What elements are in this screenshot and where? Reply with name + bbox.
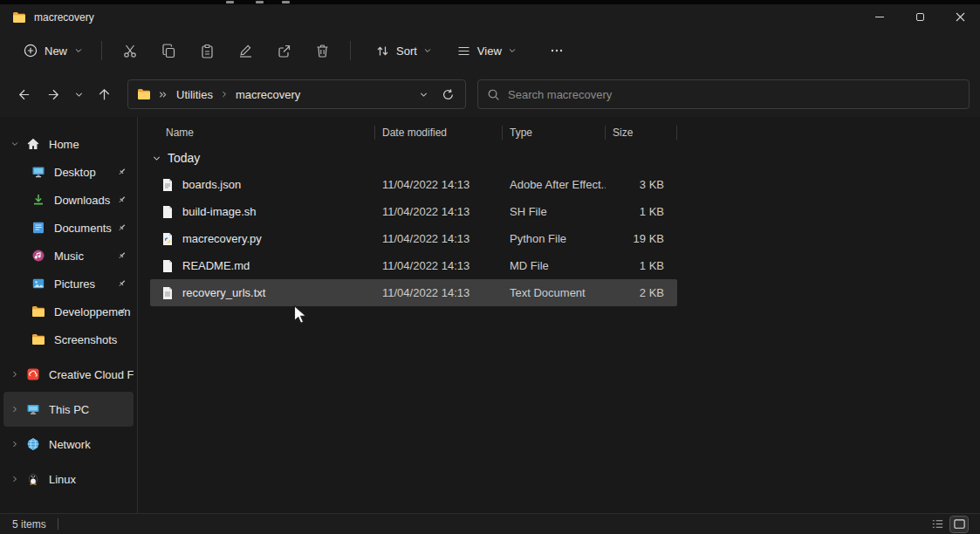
file-type: MD File (503, 259, 606, 272)
sidebar-item-screenshots[interactable]: Screenshots (3, 325, 134, 353)
thumbnail-view-button[interactable] (950, 517, 968, 532)
pin-icon (117, 279, 127, 289)
downloads-icon (31, 193, 45, 207)
group-header-today[interactable]: Today (150, 145, 980, 171)
file-name: boards.json (182, 178, 241, 191)
file-date: 11/04/2022 14:13 (375, 205, 503, 218)
thumbnail-view-icon (953, 517, 966, 531)
sidebar-item-network[interactable]: Network (3, 427, 134, 462)
sidebar-item-music[interactable]: Music (3, 242, 134, 270)
file-size: 1 KB (606, 205, 677, 218)
sidebar-item-documents[interactable]: Documents (3, 214, 134, 242)
file-size: 19 KB (606, 232, 677, 245)
chevron-down-icon (152, 154, 161, 163)
file-row-readme-md[interactable]: README.md 11/04/2022 14:13 MD File 1 KB (150, 252, 677, 279)
chevron-right-icon (10, 475, 26, 483)
music-icon (31, 249, 45, 263)
toolbar-divider (101, 41, 102, 60)
chevron-right-icon (10, 370, 26, 379)
chevron-down-icon (10, 140, 26, 148)
paste-icon (199, 43, 216, 59)
sort-button-label: Sort (396, 44, 417, 58)
details-view-icon (931, 517, 944, 531)
up-button[interactable] (89, 80, 119, 108)
file-date: 11/04/2022 14:13 (375, 232, 503, 245)
column-header-date-modified[interactable]: Date modified (375, 126, 503, 140)
arrow-up-icon (97, 87, 112, 102)
pin-icon (117, 251, 127, 261)
trash-icon (314, 43, 331, 59)
arrow-left-icon (17, 87, 31, 102)
pin-icon (117, 168, 127, 177)
address-dropdown-button[interactable] (411, 82, 435, 106)
folder-icon (31, 332, 45, 346)
file-row-build-image-sh[interactable]: build-image.sh 11/04/2022 14:13 SH File … (150, 198, 677, 225)
column-header-label: Type (510, 127, 532, 139)
copy-button[interactable] (149, 35, 188, 66)
search-icon (487, 88, 500, 101)
forward-button[interactable] (38, 80, 68, 108)
rename-button[interactable] (226, 35, 264, 66)
sidebar-item-downloads[interactable]: Downloads (3, 186, 134, 214)
cut-button[interactable] (111, 35, 149, 66)
delete-button[interactable] (303, 35, 341, 66)
folder-icon (137, 87, 151, 101)
plus-circle-icon (24, 44, 38, 58)
file-row-recovery-urls-txt[interactable]: recovery_urls.txt 11/04/2022 14:13 Text … (150, 279, 677, 306)
column-header-type[interactable]: Type (503, 126, 606, 140)
column-header-size[interactable]: Size (606, 126, 677, 140)
home-icon (26, 137, 40, 151)
column-headers: Name Date modified Type Size (150, 120, 980, 145)
details-view-button[interactable] (929, 517, 946, 532)
sidebar-item-this-pc[interactable]: This PC (3, 392, 134, 427)
file-list-pane: Name Date modified Type Size Today board… (138, 117, 980, 513)
sort-button[interactable]: Sort (367, 37, 441, 65)
sidebar-item-home[interactable]: Home (3, 130, 134, 158)
toolbar-divider (350, 41, 351, 60)
close-button[interactable] (940, 4, 980, 30)
search-input[interactable] (508, 88, 960, 101)
sidebar-item-label: This PC (49, 403, 89, 416)
new-button-label: New (45, 44, 67, 58)
window-title: macrecovery (34, 11, 94, 24)
file-name: macrecovery.py (182, 232, 262, 245)
address-bar[interactable]: Utilities macrecovery (127, 79, 466, 109)
column-header-name[interactable]: Name (150, 126, 375, 140)
status-bar: 5 items (0, 513, 980, 534)
file-row-boards-json[interactable]: boards.json 11/04/2022 14:13 Adobe After… (150, 171, 677, 198)
share-icon (276, 43, 292, 59)
file-name: build-image.sh (182, 205, 257, 218)
chevron-double-right-icon (158, 90, 168, 99)
back-button[interactable] (9, 80, 38, 108)
sidebar-item-developpement[interactable]: Developpemen (3, 298, 134, 325)
creative-cloud-icon (26, 367, 40, 381)
arrow-right-icon (46, 87, 61, 102)
chevron-down-icon (419, 90, 428, 99)
breadcrumb-utilities[interactable]: Utilities (171, 85, 218, 105)
linux-penguin-icon (26, 472, 40, 486)
file-size: 3 KB (606, 178, 677, 191)
refresh-button[interactable] (435, 82, 460, 106)
minimize-button[interactable] (860, 4, 900, 30)
md-file-icon (161, 259, 175, 273)
refresh-icon (442, 88, 455, 101)
file-row-macrecovery-py[interactable]: macrecovery.py 11/04/2022 14:13 Python F… (150, 225, 677, 252)
navigation-bar: Utilities macrecovery (0, 72, 980, 117)
file-type: Adobe After Effect... (503, 178, 606, 191)
sidebar-item-linux[interactable]: Linux (3, 462, 134, 496)
paste-button[interactable] (188, 35, 226, 66)
new-button[interactable]: New (14, 37, 93, 65)
more-options-button[interactable] (538, 35, 576, 66)
file-explorer-window: macrecovery New (0, 0, 980, 534)
view-button[interactable]: View (448, 37, 525, 65)
sidebar-item-creative-cloud-files[interactable]: Creative Cloud Files (3, 357, 134, 392)
maximize-button[interactable] (900, 4, 940, 30)
chevron-down-icon (508, 46, 517, 55)
pin-icon (117, 195, 127, 205)
share-button[interactable] (264, 35, 303, 66)
sliver-glyph (226, 1, 234, 3)
sidebar-item-desktop[interactable]: Desktop (3, 158, 134, 186)
sidebar-item-pictures[interactable]: Pictures (3, 270, 134, 298)
breadcrumb-macrecovery[interactable]: macrecovery (230, 85, 305, 105)
recent-locations-button[interactable] (68, 80, 89, 108)
